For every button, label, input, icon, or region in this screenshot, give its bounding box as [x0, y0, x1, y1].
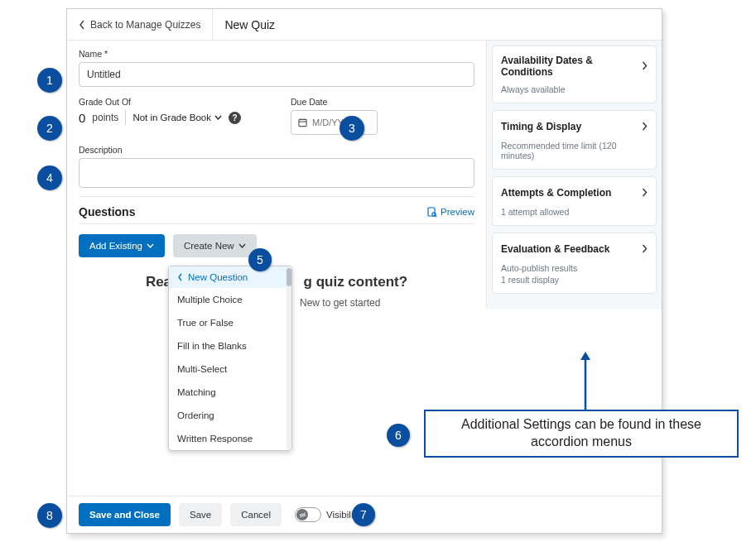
question-type-true-false[interactable]: True or False [169, 311, 291, 334]
points-unit: points [92, 112, 118, 123]
chevron-down-icon [214, 115, 222, 120]
preview-link[interactable]: Preview [426, 207, 474, 218]
save-button[interactable]: Save [179, 503, 222, 526]
chevron-right-icon [642, 242, 648, 257]
accordion-title: Attempts & Completion [501, 187, 611, 199]
annotation-6: 6 [387, 424, 410, 447]
grade-label: Grade Out Of [79, 97, 241, 107]
calendar-icon [298, 118, 307, 127]
questions-section-header: Questions Preview [79, 196, 474, 224]
question-type-fill-blanks[interactable]: Fill in the Blanks [169, 334, 291, 357]
preview-label: Preview [441, 207, 474, 217]
accordion-subtext: Always available [501, 84, 648, 94]
add-existing-button[interactable]: Add Existing [79, 234, 165, 257]
accordion-subtext: 1 result display [501, 275, 648, 285]
questions-heading: Questions [79, 205, 135, 218]
chevron-right-icon [642, 119, 648, 134]
eye-off-icon [299, 511, 306, 519]
gradebook-label: Not in Grade Book [132, 113, 211, 122]
chevron-right-icon [642, 185, 648, 200]
header-bar: Back to Manage Quizzes New Quiz [67, 9, 662, 41]
name-input[interactable] [79, 62, 474, 87]
accordion-subtext: 1 attempt allowed [501, 207, 648, 217]
description-label: Description [79, 145, 474, 155]
accordion-availability[interactable]: Availability Dates & Conditions Always a… [492, 46, 657, 103]
dropdown-header-label: New Question [188, 272, 248, 282]
cancel-button[interactable]: Cancel [230, 503, 282, 526]
svg-line-7 [300, 512, 305, 517]
annotation-1: 1 [37, 68, 62, 93]
due-date-label: Due Date [291, 97, 378, 107]
save-close-button[interactable]: Save and Close [79, 503, 171, 526]
accordion-title: Evaluation & Feedback [501, 243, 609, 255]
accordion-subtext: Auto-publish results [501, 263, 648, 273]
accordion-evaluation[interactable]: Evaluation & Feedback Auto-publish resul… [492, 233, 657, 294]
dropdown-header[interactable]: New Question [169, 266, 291, 288]
accordion-title: Availability Dates & Conditions [501, 55, 642, 78]
body: Name * Grade Out Of 0 points Not in Grad… [67, 41, 662, 309]
annotation-3: 3 [339, 116, 364, 141]
chevron-down-icon [147, 243, 154, 248]
accordion-title: Timing & Display [501, 121, 581, 132]
page-title: New Quiz [213, 18, 275, 31]
add-existing-label: Add Existing [89, 241, 142, 251]
annotation-8: 8 [37, 503, 62, 528]
preview-icon [426, 207, 437, 218]
points-value[interactable]: 0 [79, 111, 85, 125]
svg-rect-4 [428, 208, 435, 216]
visibility-toggle[interactable]: Visibility [295, 507, 360, 522]
due-date-input[interactable] [291, 110, 378, 135]
annotation-2: 2 [37, 116, 62, 141]
back-label: Back to Manage Quizzes [90, 19, 200, 31]
chevron-left-icon [79, 20, 85, 30]
question-type-matching[interactable]: Matching [169, 381, 291, 404]
question-type-multi-select[interactable]: Multi-Select [169, 357, 291, 381]
name-label: Name * [79, 49, 474, 59]
settings-sidebar: Availability Dates & Conditions Always a… [486, 41, 662, 309]
annotation-5: 5 [248, 248, 272, 271]
question-type-written-response[interactable]: Written Response [169, 427, 291, 450]
annotation-4: 4 [37, 165, 62, 190]
main-panel: Name * Grade Out Of 0 points Not in Grad… [67, 41, 486, 309]
question-type-ordering[interactable]: Ordering [169, 404, 291, 427]
create-new-label: Create New [184, 241, 234, 251]
back-link[interactable]: Back to Manage Quizzes [67, 9, 213, 40]
question-actions: Add Existing Create New New Question Mul… [79, 234, 474, 257]
svg-line-6 [436, 215, 437, 217]
annotation-arrow [577, 352, 594, 411]
gradebook-dropdown[interactable]: Not in Grade Book [125, 110, 222, 125]
create-new-button[interactable]: Create New [173, 234, 257, 257]
chevron-down-icon [238, 243, 246, 248]
help-icon[interactable]: ? [229, 112, 241, 124]
chevron-right-icon [642, 59, 648, 74]
create-new-dropdown: New Question Multiple Choice True or Fal… [168, 266, 292, 451]
accordion-subtext: Recommended time limit (120 minutes) [501, 141, 648, 161]
dropdown-scrollbar[interactable] [287, 266, 291, 450]
chevron-left-icon [177, 273, 183, 281]
svg-marker-9 [580, 352, 590, 360]
accordion-timing[interactable]: Timing & Display Recommended time limit … [492, 110, 657, 170]
annotation-7: 7 [352, 503, 375, 526]
annotation-callout: Additional Settings can be found in thes… [424, 410, 739, 458]
question-type-multiple-choice[interactable]: Multiple Choice [169, 288, 291, 311]
svg-rect-0 [299, 119, 306, 126]
description-input[interactable] [79, 158, 474, 188]
accordion-attempts[interactable]: Attempts & Completion 1 attempt allowed [492, 176, 657, 226]
